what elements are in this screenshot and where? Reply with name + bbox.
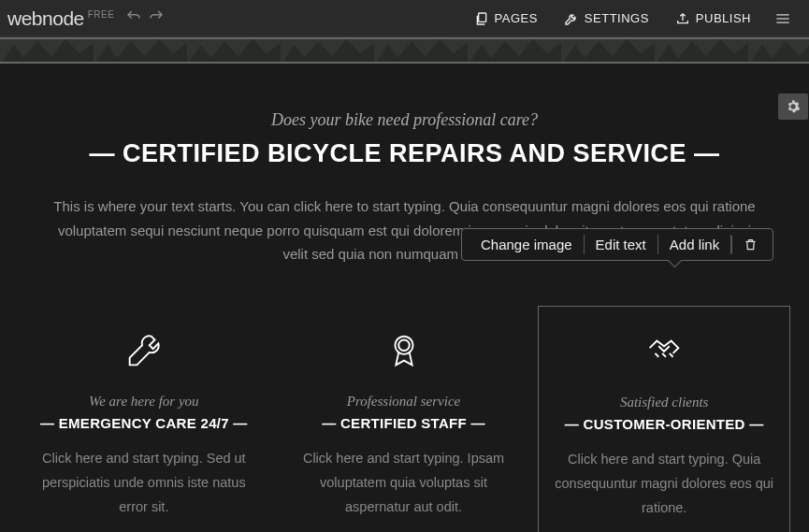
- feature-body: Click here and start typing. Ipsam volup…: [292, 446, 516, 519]
- upload-icon: [675, 11, 690, 26]
- publish-button[interactable]: PUBLISH: [662, 0, 764, 37]
- top-toolbar: webnode FREE PAGES SETTINGS PUBLISH: [0, 0, 809, 37]
- pages-button[interactable]: PAGES: [461, 0, 551, 37]
- hero-subtitle[interactable]: Does your bike need professional care?: [37, 110, 772, 130]
- undo-button[interactable]: [125, 8, 142, 29]
- feature-body: Click here and start typing. Quia conseq…: [552, 447, 776, 520]
- delete-button[interactable]: [731, 236, 765, 253]
- logo-text: webnode: [7, 7, 84, 30]
- feature-subtitle: Satisfied clients: [552, 395, 776, 410]
- publish-label: PUBLISH: [696, 11, 751, 25]
- redo-button[interactable]: [148, 8, 165, 29]
- handshake-icon: [552, 325, 776, 378]
- settings-label: SETTINGS: [585, 11, 649, 25]
- svg-rect-0: [478, 13, 485, 22]
- hero-heading[interactable]: — CERTIFIED BICYCLE REPAIRS AND SERVICE …: [37, 139, 772, 168]
- feature-subtitle: We are here for you: [32, 394, 256, 410]
- feature-body: Click here and start typing. Sed ut pers…: [32, 446, 256, 519]
- logo: webnode FREE: [7, 7, 114, 30]
- svg-point-5: [398, 339, 410, 351]
- context-toolbar: Change image Edit text Add link: [461, 228, 773, 261]
- hamburger-icon: [773, 9, 792, 28]
- feature-card-selected[interactable]: Satisfied clients — CUSTOMER-ORIENTED — …: [538, 306, 790, 533]
- add-link-button[interactable]: Add link: [658, 235, 731, 254]
- feature-heading: — CUSTOMER-ORIENTED —: [552, 416, 776, 432]
- feature-heading: — EMERGENCY CARE 24/7 —: [32, 415, 256, 431]
- feature-card[interactable]: We are here for you — EMERGENCY CARE 24/…: [19, 306, 269, 533]
- wrench-icon: [32, 324, 256, 377]
- pages-icon: [474, 11, 489, 26]
- menu-button[interactable]: [764, 9, 802, 28]
- history-arrows: [125, 8, 165, 29]
- wrench-icon: [564, 11, 579, 26]
- feature-subtitle: Professional service: [292, 394, 516, 410]
- settings-button[interactable]: SETTINGS: [551, 0, 662, 37]
- feature-heading: — CERTIFIED STAFF —: [292, 415, 516, 431]
- features-row: We are here for you — EMERGENCY CARE 24/…: [0, 295, 809, 533]
- badge-icon: [292, 324, 516, 377]
- plan-badge: FREE: [88, 9, 115, 20]
- feature-card[interactable]: Professional service — CERTIFIED STAFF —…: [279, 306, 529, 533]
- edit-text-button[interactable]: Edit text: [585, 235, 658, 254]
- svg-point-4: [395, 336, 412, 353]
- change-image-button[interactable]: Change image: [470, 235, 585, 254]
- trash-icon: [744, 237, 758, 252]
- pages-label: PAGES: [495, 11, 538, 25]
- hero-image-strip: [0, 37, 809, 64]
